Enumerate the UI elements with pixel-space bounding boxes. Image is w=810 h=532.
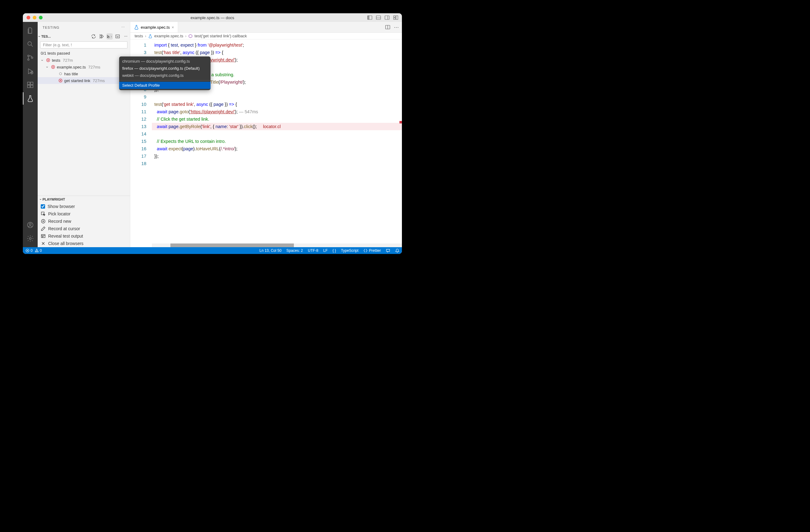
svg-rect-8 — [393, 18, 395, 19]
window-title: example.spec.ts — docs — [23, 15, 402, 20]
svg-rect-6 — [393, 16, 395, 17]
show-output-icon[interactable] — [115, 33, 121, 39]
activity-extensions[interactable] — [23, 79, 38, 91]
horizontal-scrollbar[interactable] — [152, 244, 402, 247]
svg-rect-16 — [28, 82, 30, 85]
svg-rect-19 — [31, 82, 33, 85]
maximize-window-button[interactable] — [39, 16, 43, 19]
svg-rect-18 — [31, 85, 33, 88]
close-icon[interactable]: × — [172, 25, 174, 30]
activity-scm[interactable] — [23, 52, 38, 64]
test-section-header: › TES... ⋯ — [38, 33, 130, 40]
test-row[interactable]: ›example.spec.ts727ms — [38, 64, 130, 70]
checkbox[interactable] — [41, 204, 45, 209]
svg-point-11 — [28, 55, 29, 57]
playwright-pick-locator[interactable]: Pick locator — [38, 210, 130, 218]
playwright-header[interactable]: › PLAYWRIGHT — [38, 196, 130, 203]
beaker-icon — [148, 34, 152, 38]
panel-right-icon[interactable] — [385, 15, 390, 20]
test-row[interactable]: get started link727ms — [38, 77, 130, 84]
pen-icon — [41, 226, 46, 231]
plus-icon — [41, 219, 46, 224]
encoding[interactable]: UTF-8 — [308, 248, 318, 253]
errors-icon[interactable]: 0 — [25, 248, 33, 253]
svg-point-12 — [28, 59, 29, 61]
svg-rect-4 — [385, 16, 389, 19]
fail-icon — [51, 65, 55, 69]
activity-testing[interactable] — [23, 92, 38, 105]
more-icon[interactable]: ⋯ — [394, 24, 399, 30]
playwright-show-browser[interactable]: Show browser — [38, 203, 130, 210]
activity-explorer[interactable] — [23, 24, 38, 37]
chevron-down-icon: › — [45, 65, 50, 69]
filter-input[interactable]: Filter (e.g. text, ! — [40, 41, 128, 48]
output-icon — [41, 234, 46, 238]
svg-line-10 — [31, 45, 33, 47]
braces-icon[interactable]: { } — [333, 248, 336, 253]
playwright-reveal-test-output[interactable]: Reveal test output — [38, 232, 130, 240]
close-icon — [41, 241, 46, 246]
language[interactable]: TypeScript — [341, 248, 359, 253]
sidebar-title: TESTING — [43, 26, 60, 29]
run-all-icon[interactable] — [98, 33, 104, 39]
chevron-down-icon: › — [40, 58, 45, 62]
refresh-icon[interactable] — [91, 33, 97, 39]
activity-settings[interactable] — [23, 232, 38, 245]
warnings-icon[interactable]: 0 — [35, 248, 42, 253]
playwright-record-at-cursor[interactable]: Record at cursor — [38, 225, 130, 232]
close-window-button[interactable] — [27, 16, 30, 19]
svg-rect-7 — [396, 16, 398, 19]
panel-bottom-icon[interactable] — [376, 15, 381, 20]
tests-status: 0/1 tests passed — [38, 50, 130, 57]
dropdown-item-firefox[interactable]: firefox — docs/playwright.config.ts (Def… — [119, 65, 211, 72]
breadcrumb[interactable]: tests › example.spec.ts › test('get star… — [130, 33, 402, 39]
svg-rect-1 — [368, 16, 369, 19]
split-editor-icon[interactable] — [385, 25, 390, 30]
tab-example-spec[interactable]: example.spec.ts × — [130, 22, 178, 32]
playwright-panel: › PLAYWRIGHT Show browserPick locatorRec… — [38, 196, 130, 247]
cursor-position[interactable]: Ln 13, Col 50 — [259, 248, 281, 253]
dropdown-item-webkit[interactable]: webkit — docs/playwright.config.ts — [119, 72, 211, 79]
main-area: TESTING ⋯ › TES... ⋯ Filter (e.g. text, … — [23, 22, 402, 247]
dropdown-select-default[interactable]: Select Default Profile — [119, 82, 211, 89]
chevron-down-icon[interactable]: › — [38, 36, 42, 37]
svg-point-9 — [28, 41, 32, 45]
panel-left-icon[interactable] — [367, 15, 372, 20]
activity-search[interactable] — [23, 38, 38, 50]
test-tree: ›tests727m›example.spec.ts727mshas title… — [38, 57, 130, 196]
test-row[interactable]: ›tests727m — [38, 57, 130, 64]
status-bar: 0 0 Ln 13, Col 50 Spaces: 2 UTF-8 LF { }… — [23, 247, 402, 254]
titlebar: example.spec.ts — docs — [23, 13, 402, 22]
more-icon[interactable]: ⋯ — [121, 25, 125, 29]
customize-layout-icon[interactable] — [393, 15, 398, 20]
activity-account[interactable] — [23, 219, 38, 231]
fail-icon — [46, 58, 51, 62]
svg-point-13 — [32, 57, 33, 59]
debug-tests-dropdown[interactable] — [107, 33, 113, 39]
svg-rect-2 — [376, 16, 380, 19]
section-label: TES... — [42, 35, 51, 38]
feedback-icon[interactable] — [386, 248, 390, 253]
vscode-window: example.spec.ts — docs TESTING ⋯ — [23, 13, 402, 254]
eol[interactable]: LF — [323, 248, 327, 253]
sidebar-header: TESTING ⋯ — [38, 22, 130, 33]
minimize-window-button[interactable] — [33, 16, 36, 19]
more-actions-icon[interactable]: ⋯ — [123, 33, 129, 39]
chevron-down-icon: › — [39, 199, 43, 200]
svg-point-21 — [29, 223, 31, 225]
activity-debug[interactable] — [23, 65, 38, 78]
activity-bar — [23, 22, 38, 247]
beaker-icon — [134, 25, 139, 30]
indent[interactable]: Spaces: 2 — [287, 248, 303, 253]
bell-icon[interactable] — [395, 248, 400, 253]
cursor-icon — [41, 211, 46, 216]
test-row[interactable]: has title — [38, 70, 130, 77]
playwright-record-new[interactable]: Record new — [38, 218, 130, 225]
playwright-close-all-browsers[interactable]: Close all browsers — [38, 240, 130, 247]
dropdown-item-chromium[interactable]: chromium — docs/playwright.config.ts — [119, 58, 211, 65]
prettier[interactable]: Prettier — [363, 248, 381, 253]
circle-icon — [58, 72, 63, 76]
layout-controls — [367, 15, 398, 20]
overview-ruler — [400, 39, 402, 244]
testing-sidebar: TESTING ⋯ › TES... ⋯ Filter (e.g. text, … — [38, 22, 130, 247]
